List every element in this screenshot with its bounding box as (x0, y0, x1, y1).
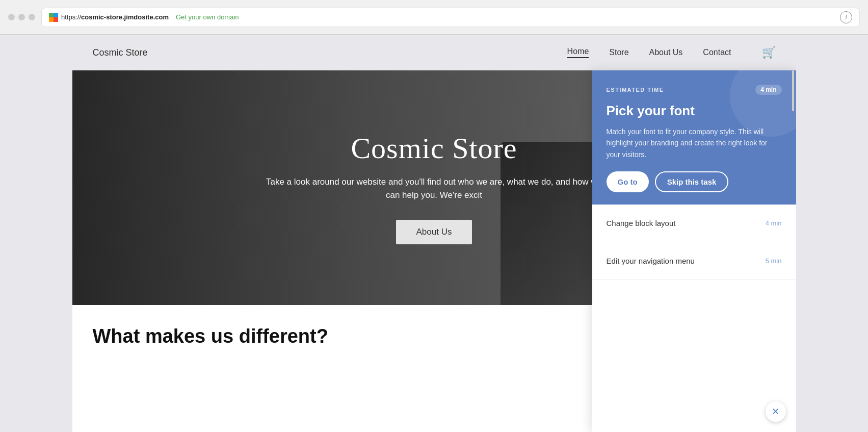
task-card-active: ESTIMATED TIME 4 min Pick your font Matc… (592, 70, 796, 205)
sidebar-scrollbar[interactable] (791, 70, 794, 432)
skip-task-button[interactable]: Skip this task (655, 171, 729, 192)
nav-link-home[interactable]: Home (567, 47, 589, 58)
browser-dot-green[interactable] (29, 14, 35, 20)
cart-icon[interactable]: 🛒 (762, 46, 776, 59)
task-list-item-2[interactable]: Edit your navigation menu 5 min (592, 242, 796, 280)
site-logo: Cosmic Store (93, 47, 148, 58)
hero-title: Cosmic Store (351, 131, 517, 165)
task-item-label-2: Edit your navigation menu (607, 257, 695, 265)
scrollbar-thumb (792, 70, 794, 111)
estimated-row: ESTIMATED TIME 4 min (607, 85, 782, 95)
browser-dot-red[interactable] (8, 14, 15, 20)
sidebar-panel: ESTIMATED TIME 4 min Pick your font Matc… (592, 70, 796, 432)
svg-rect-1 (54, 13, 58, 17)
card-title: Pick your font (607, 103, 782, 119)
nav-links: Home Store About Us Contact 🛒 (567, 46, 776, 59)
website-wrapper: Cosmic Store Home Store About Us Contact… (72, 35, 796, 432)
browser-dots (8, 14, 35, 20)
site-nav: Cosmic Store Home Store About Us Contact… (72, 35, 796, 70)
address-bar[interactable]: https://cosmic-store.jimdosite.com Get y… (41, 8, 860, 27)
svg-rect-0 (49, 13, 54, 17)
nav-link-contact[interactable]: Contact (703, 48, 731, 57)
goto-button[interactable]: Go to (607, 171, 649, 192)
task-list-item-1[interactable]: Change block layout 4 min (592, 205, 796, 242)
nav-link-about[interactable]: About Us (649, 48, 683, 57)
get-domain-link[interactable]: Get your own domain (176, 13, 239, 21)
svg-rect-2 (49, 17, 54, 22)
svg-rect-3 (54, 17, 58, 22)
card-actions: Go to Skip this task (607, 171, 782, 192)
browser-chrome: https://cosmic-store.jimdosite.com Get y… (0, 0, 868, 35)
browser-dot-yellow[interactable] (18, 14, 25, 20)
task-item-label-1: Change block layout (607, 219, 676, 227)
close-button[interactable]: ✕ (766, 401, 786, 422)
url-display: https://cosmic-store.jimdosite.com (61, 13, 169, 21)
hero-cta-button[interactable]: About Us (396, 220, 472, 244)
nav-link-store[interactable]: Store (609, 48, 628, 57)
estimated-label: ESTIMATED TIME (607, 87, 664, 93)
info-icon[interactable]: i (840, 11, 852, 23)
task-item-time-1: 4 min (766, 219, 782, 227)
card-description: Match your font to fit your company styl… (607, 126, 782, 160)
task-item-time-2: 5 min (766, 257, 782, 265)
hero-subtitle: Take a look around our website and you'l… (261, 175, 608, 201)
time-badge: 4 min (755, 85, 781, 95)
favicon-icon (49, 13, 58, 22)
